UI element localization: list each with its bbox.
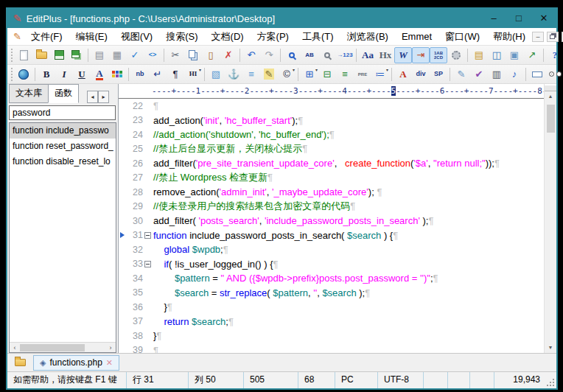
save-all-button[interactable]	[68, 47, 85, 63]
audio-tag-button[interactable]: ♪	[506, 66, 523, 83]
div-tag-button[interactable]: div	[412, 66, 430, 83]
open-file-button[interactable]	[32, 47, 50, 63]
find-button[interactable]	[283, 47, 301, 63]
pre-tag-button[interactable]: PRE	[354, 66, 371, 83]
fold-toggle-icon[interactable]	[144, 261, 151, 267]
find-in-files-button[interactable]	[318, 47, 336, 63]
anchor-tag-button[interactable]: ⚓	[225, 66, 242, 83]
sidebar-horizontal-scrollbar[interactable]: ‹ ›	[10, 342, 116, 352]
form-tag-button[interactable]: ✎	[452, 66, 470, 83]
video-tag-button[interactable]: ▥	[488, 66, 506, 83]
hex-view-button[interactable]: Hx	[377, 47, 394, 63]
sidebar-tab-functions[interactable]: 函数	[48, 84, 79, 103]
bold-button[interactable]: B	[38, 66, 55, 83]
non-breaking-space-button[interactable]: nb	[131, 66, 149, 83]
new-file-button[interactable]	[15, 47, 32, 63]
menu-item-3[interactable]: 视图(V)	[114, 28, 159, 45]
scroll-right-icon[interactable]: ›	[105, 344, 116, 351]
split-handle[interactable]	[545, 84, 556, 91]
menu-item-6[interactable]: 方案(P)	[251, 28, 296, 45]
script-tag-button[interactable]: ✔	[470, 66, 488, 83]
scroll-down-icon[interactable]: ▼	[548, 343, 553, 353]
maximize-button[interactable]: □	[506, 9, 531, 28]
mdi-minimize-button[interactable]: –	[532, 32, 544, 42]
browser-button[interactable]	[15, 66, 32, 83]
center-tag-button[interactable]: ≡	[336, 66, 354, 83]
document-menu-icon[interactable]: ✎	[13, 31, 21, 42]
spell-check-button[interactable]: ✓	[126, 47, 144, 63]
resize-grip[interactable]	[546, 372, 556, 388]
view-source-button[interactable]: <>	[144, 47, 161, 63]
menu-item-5[interactable]: 文档(D)	[205, 28, 251, 45]
menu-item-11[interactable]: 帮助(H)	[486, 28, 532, 45]
list-tag-button[interactable]: ≔▾	[371, 66, 389, 83]
project-folder-icon[interactable]	[15, 359, 26, 366]
word-wrap-button[interactable]: W	[394, 47, 412, 63]
tab-scroll-right-button[interactable]: ▸	[98, 91, 109, 103]
paste-button[interactable]: ▯	[202, 47, 220, 63]
scrollbar-thumb[interactable]	[547, 105, 555, 133]
menu-item-10[interactable]: 窗口(W)	[438, 28, 486, 45]
editor-vertical-scrollbar[interactable]: ▲ ▼	[544, 84, 556, 353]
text-field-button[interactable]	[528, 66, 546, 83]
menu-item-9[interactable]: Emmet	[395, 28, 438, 45]
scrollbar-thumb[interactable]	[20, 344, 85, 351]
menu-item-4[interactable]: 搜索(S)	[159, 28, 204, 45]
menu-item-7[interactable]: 工具(T)	[296, 28, 340, 45]
browser-preview-button[interactable]: ▣	[506, 47, 523, 63]
line-break-button[interactable]: ↵	[149, 66, 167, 83]
menu-item-8[interactable]: 浏览器(B)	[340, 28, 395, 45]
table-row-tag-button[interactable]: ⊟	[318, 66, 336, 83]
auto-indent-button[interactable]: ⇥	[412, 47, 430, 63]
underline-button[interactable]: U	[73, 66, 91, 83]
code-lines[interactable]: 22¶23add_action('init', 'hc_buffer_start…	[119, 99, 544, 353]
mdi-restore-button[interactable]	[547, 32, 559, 42]
minimize-button[interactable]: –	[481, 9, 506, 28]
fold-toggle-icon[interactable]	[144, 232, 151, 239]
radio-button-button[interactable]	[546, 66, 563, 83]
function-list-item[interactable]: function disable_reset_lo	[10, 154, 116, 169]
note-edit-button[interactable]: ✎	[260, 66, 278, 83]
toolbar-grip[interactable]	[11, 49, 13, 62]
tab-scroll-left-button[interactable]: ◂	[87, 91, 98, 103]
print-preview-button[interactable]: ▤	[91, 47, 108, 63]
cut-button[interactable]: ✂	[167, 47, 184, 63]
image-tag-button[interactable]: ▧	[207, 66, 225, 83]
span-tag-button[interactable]: SP	[430, 66, 447, 83]
line-margin[interactable]	[119, 232, 125, 238]
save-button[interactable]	[50, 47, 68, 63]
close-button[interactable]: ✕	[531, 9, 556, 28]
toolbar-grip[interactable]	[11, 68, 13, 81]
go-to-line-button[interactable]: →123	[336, 47, 354, 63]
function-search-input[interactable]	[9, 105, 116, 120]
copy-button[interactable]	[184, 47, 202, 63]
paragraph-tag-button[interactable]: ¶	[167, 66, 184, 83]
document-list-button[interactable]: ▤	[470, 47, 488, 63]
table-tag-button[interactable]: ⊞▾	[301, 66, 318, 83]
menu-item-2[interactable]: 编辑(E)	[69, 28, 114, 45]
copyright-symbol-button[interactable]: ©▾	[278, 66, 296, 83]
change-case-button[interactable]: Aa	[359, 47, 377, 63]
italic-button[interactable]: I	[55, 66, 73, 83]
sidebar-tab-cliptext[interactable]: 文本库	[9, 84, 49, 103]
heading-tag-button[interactable]: HI▾	[184, 66, 202, 83]
scroll-up-icon[interactable]: ▲	[548, 91, 553, 102]
color-palette-button[interactable]	[108, 66, 126, 83]
menu-item-1[interactable]: 文件(F)	[24, 28, 69, 45]
window-tile-button[interactable]: ◫	[488, 47, 506, 63]
print-button[interactable]: ▦	[108, 47, 126, 63]
font-tag-button[interactable]: A	[394, 66, 412, 83]
line-numbers-button[interactable]: 1AB 2CD	[430, 47, 447, 63]
replace-button[interactable]: AB	[301, 47, 318, 63]
function-list-item[interactable]: function include_passwo	[10, 123, 116, 139]
undo-button[interactable]: ↶	[242, 47, 260, 63]
preferences-button[interactable]	[447, 47, 465, 63]
context-help-button[interactable]: ?	[546, 47, 563, 63]
function-list-item[interactable]: function reset_password_	[10, 139, 116, 154]
editor-panel[interactable]: ----+----1----+----2----+----3----+----4…	[118, 84, 556, 353]
horizontal-rule-button[interactable]: ≡	[242, 66, 260, 83]
open-in-browser-button[interactable]: ↗	[523, 47, 541, 63]
font-color-button[interactable]: A	[91, 66, 108, 83]
tab-close-icon[interactable]: ✕	[106, 358, 113, 368]
delete-button[interactable]: ✗	[220, 47, 237, 63]
